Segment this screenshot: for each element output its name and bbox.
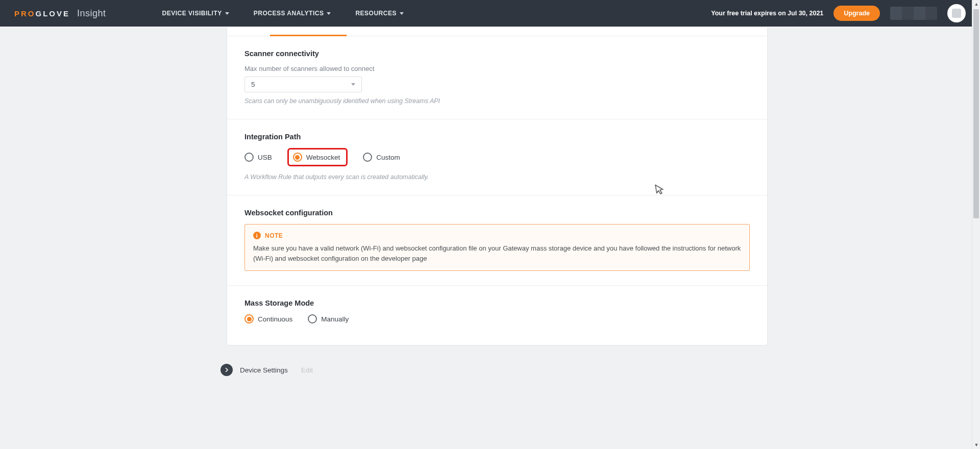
radio-label: Custom — [376, 154, 400, 161]
topbar-right: Your free trial expires on Jul 30, 2021 … — [711, 4, 966, 22]
scroll-up-icon[interactable]: ▲ — [972, 0, 980, 8]
radio-manually[interactable]: Manually — [308, 314, 349, 323]
upgrade-button[interactable]: Upgrade — [834, 6, 880, 21]
info-icon: i — [253, 232, 261, 239]
radio-label: Continuous — [258, 315, 292, 323]
radio-websocket[interactable]: Websocket — [293, 153, 340, 162]
obscured-user-name — [890, 7, 937, 20]
radio-icon — [308, 314, 317, 323]
section-integration-path: Integration Path USB Websocket — [227, 119, 767, 195]
radio-icon — [244, 314, 254, 323]
note-header: i NOTE — [253, 232, 741, 239]
top-nav-bar: PROGLOVE Insight DEVICE VISIBILITY PROCE… — [0, 0, 980, 27]
select-value: 5 — [251, 81, 255, 88]
note-label: NOTE — [265, 232, 283, 239]
breadcrumb-sub: Edit — [301, 366, 313, 374]
highlight-websocket: Websocket — [287, 148, 348, 166]
radio-custom[interactable]: Custom — [363, 153, 400, 162]
tab-strip-remnant — [227, 27, 767, 36]
brand-glove: GLOVE — [36, 9, 70, 18]
section-mass-storage: Mass Storage Mode Continuous Manually — [227, 286, 767, 345]
section-scanner-connectivity: Scanner connectivity Max number of scann… — [227, 36, 767, 119]
avatar-placeholder-icon — [952, 9, 961, 18]
radio-continuous[interactable]: Continuous — [244, 314, 292, 323]
max-scanners-select[interactable]: 5 — [244, 77, 362, 92]
integration-radio-group: USB Websocket Custom — [244, 148, 750, 166]
radio-label: Manually — [321, 315, 349, 323]
active-tab-underline — [270, 35, 347, 36]
brand-pro: PRO — [14, 9, 36, 18]
note-callout: i NOTE Make sure you have a valid networ… — [244, 224, 750, 271]
primary-nav: DEVICE VISIBILITY PROCESS ANALYTICS RESO… — [162, 10, 404, 17]
avatar[interactable] — [947, 4, 966, 22]
brand-product: Insight — [77, 8, 106, 19]
caret-down-icon — [351, 83, 355, 86]
nav-device-visibility[interactable]: DEVICE VISIBILITY — [162, 10, 229, 17]
trial-expiry-text: Your free trial expires on Jul 30, 2021 — [711, 10, 823, 17]
radio-label: USB — [258, 154, 272, 161]
field-hint: A Workflow Rule that outputs every scan … — [244, 173, 750, 181]
field-label: Max number of scanners allowed to connec… — [244, 65, 750, 72]
field-hint: Scans can only be unambiguously identifi… — [244, 97, 750, 105]
note-body: Make sure you have a valid network (Wi-F… — [253, 243, 741, 263]
mass-storage-radio-group: Continuous Manually — [244, 314, 750, 323]
nav-process-analytics[interactable]: PROCESS ANALYTICS — [254, 10, 331, 17]
brand-logo: PROGLOVE Insight — [14, 8, 106, 19]
nav-label: RESOURCES — [355, 10, 397, 17]
radio-icon — [363, 153, 372, 162]
chevron-down-icon — [225, 12, 229, 15]
section-title: Mass Storage Mode — [244, 299, 750, 307]
section-title: Scanner connectivity — [244, 49, 750, 58]
vertical-scrollbar[interactable]: ▲ ▼ — [972, 0, 980, 407]
nav-resources[interactable]: RESOURCES — [355, 10, 404, 17]
chevron-down-icon — [400, 12, 404, 15]
settings-card: Scanner connectivity Max number of scann… — [227, 27, 768, 345]
radio-usb[interactable]: USB — [244, 153, 272, 162]
breadcrumb: Device Settings Edit — [227, 364, 768, 376]
scroll-thumb[interactable] — [973, 9, 979, 218]
section-websocket-config: Websocket configuration i NOTE Make sure… — [227, 195, 767, 286]
nav-label: PROCESS ANALYTICS — [254, 10, 324, 17]
chevron-down-icon — [327, 12, 331, 15]
nav-label: DEVICE VISIBILITY — [162, 10, 222, 17]
section-title: Websocket configuration — [244, 209, 750, 217]
radio-label: Websocket — [306, 154, 340, 161]
radio-icon — [293, 153, 302, 162]
chevron-right-icon — [225, 368, 229, 372]
breadcrumb-main[interactable]: Device Settings — [240, 366, 288, 374]
breadcrumb-expand-button[interactable] — [220, 364, 233, 376]
section-title: Integration Path — [244, 133, 750, 141]
radio-icon — [244, 153, 254, 162]
